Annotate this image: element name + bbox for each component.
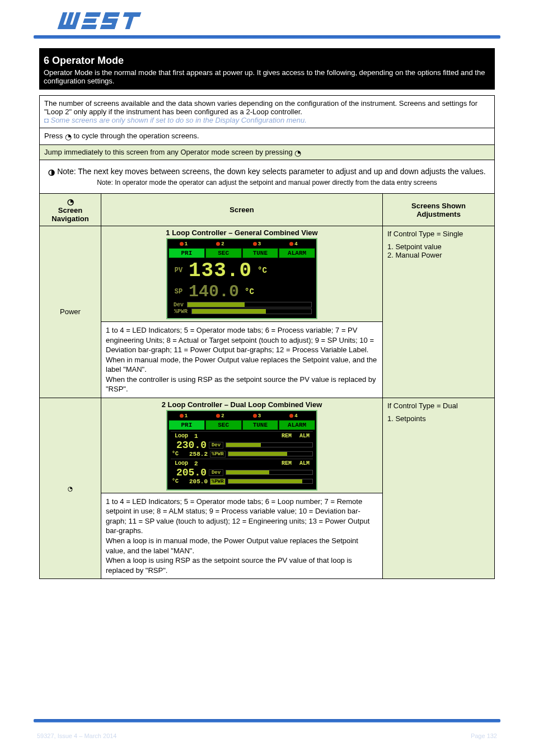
single-loop-display: 1 2 3 4 PRI SEC TUNE ALARM PV 1 [166,238,317,319]
header-rule [34,35,500,39]
next-icon-2: ◔ [294,148,301,157]
loop2-num: 2 [194,460,198,467]
tab-sec: SEC [205,248,242,258]
shown-dual: If Control Type = Dual [387,402,490,410]
dual-loop-display: 1 2 3 4 PRI SEC TUNE ALARM L [166,410,317,491]
loop1-pv: 230.0 [171,440,207,451]
col-right: Screens Shown Adjustments [383,194,495,226]
footer-left: 59327, Issue 4 – March 2014 [37,732,116,739]
operator-table: The number of screens available and the … [39,95,495,579]
dual-desc-3: When a loop is using RSP as the setpoint… [106,556,378,575]
shown-single: If Control Type = Single [387,230,490,238]
loop2-unit: °C [171,478,180,484]
dual-desc-1: 1 to 4 = LED Indicators; 5 = Operator mo… [106,497,378,536]
loop1-pwrbar [228,451,313,456]
dual-loop-desc: 1 to 4 = LED Indicators; 5 = Operator mo… [101,493,383,578]
col-adjust: Adjustments [416,210,461,218]
jump-note: Jump immediately to this screen from any… [40,144,495,160]
section-title: 6 Operator Mode [44,55,490,67]
nav-dual: ◔ [40,398,101,578]
d-tab-sec: SEC [205,420,242,430]
single-desc-2: When in manual mode, the Power Output va… [106,355,378,375]
cycle-pre: Press [44,132,65,140]
tab-tune: TUNE [242,248,279,258]
col-shown: Screens Shown [411,202,466,210]
note-icon: ◑ [48,167,55,176]
center-note: ◑ Note: The next key moves between scree… [40,160,495,194]
note-sub-text: Note: In operator mode the operator can … [44,179,490,186]
led-3: 3 [253,241,268,247]
nav-single-label: Power [60,307,81,316]
loop2-alm: ALM [299,460,310,466]
loop1-sp: 258.2 [182,451,208,458]
d-tab-pri: PRI [168,420,205,430]
cycle-post: to cycle through the operation screens. [73,132,199,140]
led-4: 4 [289,241,304,247]
d-tab-alarm: ALARM [279,420,315,430]
single-loop-title: 1 Loop Controller – General Combined Vie… [104,228,380,237]
col-screen: Screen [101,194,383,226]
d-tab-tune: TUNE [242,420,279,430]
svg-rect-11 [100,25,116,29]
d-led-1: 1 [180,413,194,419]
loop2-sp: 205.0 [182,478,208,485]
next-icon-dual: ◔ [68,484,72,493]
loop1-alm: ALM [299,433,310,439]
dev-bar [187,302,312,307]
svg-rect-3 [61,25,76,29]
section-subtitle: Operator Mode is the normal mode that fi… [44,68,490,85]
svg-rect-5 [83,18,97,23]
sp-value: 140.0 [189,282,239,301]
loop1-rem: REM [282,433,292,439]
loop1-block: Loop 1 REM ALM 230.0 Dev [171,431,313,459]
led-2: 2 [216,241,231,247]
next-icon: ◔ [65,132,72,141]
loop1-pwrlbl: %PWR [210,451,226,458]
cycle-note: Press ◔ to cycle through the operation s… [40,128,495,145]
d-led-4: 4 [289,413,304,419]
svg-rect-4 [85,12,101,17]
loop2-rem: REM [282,460,292,466]
nav-single: Power [40,226,101,398]
pv-value: 133.0 [189,259,252,282]
footer: 59327, Issue 4 – March 2014 Page 132 [34,732,500,739]
loop2-dev: Dev [209,469,223,476]
right-single: If Control Type = Single 1. Setpoint val… [383,226,495,398]
pwr-bar [191,309,312,314]
single-loop-desc: 1 to 4 = LED Indicators; 5 = Operator mo… [101,321,383,398]
note-main-text: Note: The next key moves between screens… [57,167,486,176]
dual-loop-title: 2 Loop Controller – Dual Loop Combined V… [104,400,380,409]
col-nav-label: Screen Navigation [51,206,88,223]
footer-rule [34,719,500,722]
loop1-num: 1 [194,433,198,440]
pv-unit: °C [257,266,267,275]
footer-right: Page 132 [471,732,497,739]
loop2-pwrlbl: %PWR [210,478,226,485]
tab-alarm: ALARM [279,248,315,258]
col-nav: ◔ Screen Navigation [40,194,101,226]
loop1-devbar [226,442,313,447]
loop2-pwrbar [228,479,313,484]
loop2-label: Loop [171,460,192,466]
adjust-dual: 1. Setpoints [387,414,490,423]
loop2-block: Loop 2 REM ALM 205.0 Dev [171,459,313,486]
adjust-single: 1. Setpoint value 2. Manual Power [387,242,490,259]
single-desc-3: When the controller is using RSP as the … [106,375,378,394]
loop1-label: Loop [171,433,192,439]
section-banner: 6 Operator Mode Operator Mode is the nor… [39,48,495,90]
intro-line-1: The number of screens available and the … [44,99,490,116]
svg-rect-6 [81,25,97,29]
pv-label: PV [172,267,185,274]
loop2-devbar [226,470,313,475]
dual-desc-2: When a loop is in manual mode, the Power… [106,536,378,556]
pwr-label: %PWR [172,309,190,315]
next-icon-col: ◔ [67,197,74,206]
d-led-3: 3 [253,413,268,419]
tab-pri: PRI [168,248,205,258]
dev-label: Dev [172,302,185,308]
right-dual: If Control Type = Dual 1. Setpoints [383,398,495,578]
loop1-unit: °C [171,451,180,457]
loop1-dev: Dev [209,442,223,449]
loop2-pv: 205.0 [171,467,207,478]
sp-label: SP [172,288,185,296]
